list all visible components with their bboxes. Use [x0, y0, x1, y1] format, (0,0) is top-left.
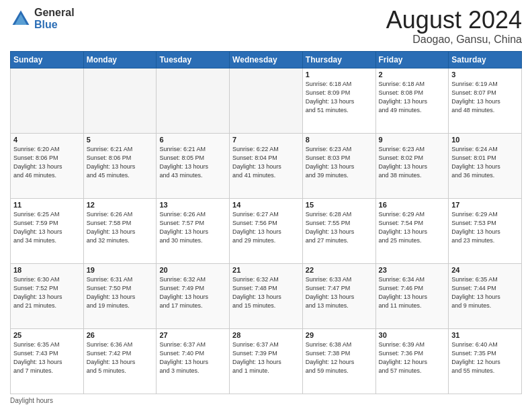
day-number: 11 [13, 201, 81, 209]
calendar-cell: 14Sunrise: 6:27 AM Sunset: 7:56 PM Dayli… [230, 198, 303, 263]
calendar-cell: 5Sunrise: 6:21 AM Sunset: 8:06 PM Daylig… [83, 133, 157, 198]
day-info: Sunrise: 6:18 AM Sunset: 8:09 PM Dayligh… [306, 80, 373, 115]
calendar-cell: 7Sunrise: 6:22 AM Sunset: 8:04 PM Daylig… [230, 133, 303, 198]
logo-text: General Blue [34, 7, 75, 30]
day-number: 2 [379, 71, 446, 79]
calendar-cell: 13Sunrise: 6:26 AM Sunset: 7:57 PM Dayli… [157, 198, 230, 263]
day-number: 6 [159, 136, 226, 144]
day-number: 5 [87, 136, 154, 144]
day-info: Sunrise: 6:25 AM Sunset: 7:59 PM Dayligh… [13, 210, 81, 245]
day-info: Sunrise: 6:28 AM Sunset: 7:55 PM Dayligh… [306, 210, 373, 245]
day-info: Sunrise: 6:18 AM Sunset: 8:08 PM Dayligh… [379, 80, 446, 115]
sub-title: Daogao, Gansu, China [386, 34, 522, 46]
day-info: Sunrise: 6:30 AM Sunset: 7:52 PM Dayligh… [13, 275, 81, 310]
calendar-cell: 15Sunrise: 6:28 AM Sunset: 7:55 PM Dayli… [302, 198, 375, 263]
calendar-cell [230, 68, 303, 133]
day-info: Sunrise: 6:22 AM Sunset: 8:04 PM Dayligh… [232, 145, 300, 180]
day-number: 15 [306, 201, 373, 209]
day-info: Sunrise: 6:27 AM Sunset: 7:56 PM Dayligh… [232, 210, 300, 245]
header: General Blue August 2024 Daogao, Gansu, … [10, 7, 522, 46]
page: General Blue August 2024 Daogao, Gansu, … [0, 0, 532, 411]
day-number: 24 [451, 266, 519, 274]
calendar-cell: 2Sunrise: 6:18 AM Sunset: 8:08 PM Daylig… [375, 68, 449, 133]
main-title: August 2024 [386, 7, 522, 34]
day-info: Sunrise: 6:21 AM Sunset: 8:06 PM Dayligh… [87, 145, 154, 180]
calendar-day-header: Monday [83, 51, 157, 68]
day-number: 10 [451, 136, 519, 144]
calendar-cell: 31Sunrise: 6:40 AM Sunset: 7:35 PM Dayli… [449, 328, 522, 394]
calendar-cell: 23Sunrise: 6:34 AM Sunset: 7:46 PM Dayli… [375, 263, 449, 328]
calendar-cell: 11Sunrise: 6:25 AM Sunset: 7:59 PM Dayli… [11, 198, 84, 263]
day-info: Sunrise: 6:35 AM Sunset: 7:44 PM Dayligh… [451, 275, 519, 310]
footer: Daylight hours [10, 397, 522, 404]
calendar-cell [83, 68, 157, 133]
day-info: Sunrise: 6:23 AM Sunset: 8:03 PM Dayligh… [306, 145, 373, 180]
logo-icon [10, 8, 32, 30]
calendar-cell: 25Sunrise: 6:35 AM Sunset: 7:43 PM Dayli… [11, 328, 84, 394]
calendar-cell: 30Sunrise: 6:39 AM Sunset: 7:36 PM Dayli… [375, 328, 449, 394]
day-number: 9 [379, 136, 446, 144]
calendar-day-header: Tuesday [157, 51, 230, 68]
calendar-cell: 22Sunrise: 6:33 AM Sunset: 7:47 PM Dayli… [302, 263, 375, 328]
calendar-cell: 19Sunrise: 6:31 AM Sunset: 7:50 PM Dayli… [83, 263, 157, 328]
day-number: 18 [13, 266, 81, 274]
day-info: Sunrise: 6:38 AM Sunset: 7:38 PM Dayligh… [306, 340, 373, 375]
day-info: Sunrise: 6:23 AM Sunset: 8:02 PM Dayligh… [379, 145, 446, 180]
day-info: Sunrise: 6:26 AM Sunset: 7:57 PM Dayligh… [159, 210, 226, 245]
calendar-cell: 12Sunrise: 6:26 AM Sunset: 7:58 PM Dayli… [83, 198, 157, 263]
day-info: Sunrise: 6:33 AM Sunset: 7:47 PM Dayligh… [306, 275, 373, 310]
day-info: Sunrise: 6:35 AM Sunset: 7:43 PM Dayligh… [13, 340, 81, 375]
calendar-cell: 17Sunrise: 6:29 AM Sunset: 7:53 PM Dayli… [449, 198, 522, 263]
calendar-day-header: Friday [375, 51, 449, 68]
day-number: 14 [232, 201, 300, 209]
logo: General Blue [10, 7, 75, 30]
day-info: Sunrise: 6:40 AM Sunset: 7:35 PM Dayligh… [451, 340, 519, 375]
day-info: Sunrise: 6:39 AM Sunset: 7:36 PM Dayligh… [379, 340, 446, 375]
calendar-cell: 8Sunrise: 6:23 AM Sunset: 8:03 PM Daylig… [302, 133, 375, 198]
calendar-day-header: Wednesday [230, 51, 303, 68]
day-info: Sunrise: 6:26 AM Sunset: 7:58 PM Dayligh… [87, 210, 154, 245]
calendar-cell: 16Sunrise: 6:29 AM Sunset: 7:54 PM Dayli… [375, 198, 449, 263]
day-info: Sunrise: 6:37 AM Sunset: 7:39 PM Dayligh… [232, 340, 300, 375]
day-info: Sunrise: 6:29 AM Sunset: 7:53 PM Dayligh… [451, 210, 519, 245]
day-info: Sunrise: 6:31 AM Sunset: 7:50 PM Dayligh… [87, 275, 154, 310]
day-number: 19 [87, 266, 154, 274]
calendar-cell: 18Sunrise: 6:30 AM Sunset: 7:52 PM Dayli… [11, 263, 84, 328]
day-number: 12 [87, 201, 154, 209]
calendar-week-row: 25Sunrise: 6:35 AM Sunset: 7:43 PM Dayli… [11, 328, 522, 394]
calendar-cell: 3Sunrise: 6:19 AM Sunset: 8:07 PM Daylig… [449, 68, 522, 133]
calendar-day-header: Thursday [302, 51, 375, 68]
day-info: Sunrise: 6:29 AM Sunset: 7:54 PM Dayligh… [379, 210, 446, 245]
day-info: Sunrise: 6:32 AM Sunset: 7:49 PM Dayligh… [159, 275, 226, 310]
calendar-cell: 6Sunrise: 6:21 AM Sunset: 8:05 PM Daylig… [157, 133, 230, 198]
day-info: Sunrise: 6:36 AM Sunset: 7:42 PM Dayligh… [87, 340, 154, 375]
title-block: August 2024 Daogao, Gansu, China [386, 7, 522, 46]
day-info: Sunrise: 6:37 AM Sunset: 7:40 PM Dayligh… [159, 340, 226, 375]
day-number: 26 [87, 331, 154, 339]
day-info: Sunrise: 6:24 AM Sunset: 8:01 PM Dayligh… [451, 145, 519, 180]
day-number: 28 [232, 331, 300, 339]
calendar-cell: 20Sunrise: 6:32 AM Sunset: 7:49 PM Dayli… [157, 263, 230, 328]
day-number: 23 [379, 266, 446, 274]
day-number: 29 [306, 331, 373, 339]
calendar-header-row: SundayMondayTuesdayWednesdayThursdayFrid… [11, 51, 522, 68]
calendar-cell: 21Sunrise: 6:32 AM Sunset: 7:48 PM Dayli… [230, 263, 303, 328]
day-number: 27 [159, 331, 226, 339]
day-info: Sunrise: 6:21 AM Sunset: 8:05 PM Dayligh… [159, 145, 226, 180]
calendar-cell: 26Sunrise: 6:36 AM Sunset: 7:42 PM Dayli… [83, 328, 157, 394]
calendar-day-header: Saturday [449, 51, 522, 68]
day-number: 31 [451, 331, 519, 339]
calendar-week-row: 4Sunrise: 6:20 AM Sunset: 8:06 PM Daylig… [11, 133, 522, 198]
day-number: 1 [306, 71, 373, 79]
calendar-cell: 29Sunrise: 6:38 AM Sunset: 7:38 PM Dayli… [302, 328, 375, 394]
day-info: Sunrise: 6:34 AM Sunset: 7:46 PM Dayligh… [379, 275, 446, 310]
day-number: 8 [306, 136, 373, 144]
calendar-cell [11, 68, 84, 133]
day-number: 3 [451, 71, 519, 79]
calendar-week-row: 1Sunrise: 6:18 AM Sunset: 8:09 PM Daylig… [11, 68, 522, 133]
calendar-cell: 9Sunrise: 6:23 AM Sunset: 8:02 PM Daylig… [375, 133, 449, 198]
day-number: 13 [159, 201, 226, 209]
day-number: 20 [159, 266, 226, 274]
day-number: 30 [379, 331, 446, 339]
calendar-cell: 10Sunrise: 6:24 AM Sunset: 8:01 PM Dayli… [449, 133, 522, 198]
